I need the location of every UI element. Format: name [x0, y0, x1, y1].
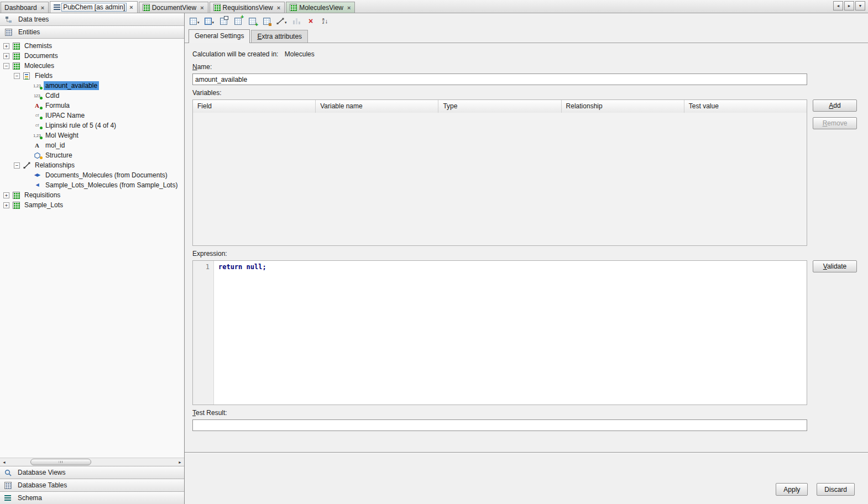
tree-item-cdid[interactable]: 123CdId — [0, 91, 184, 101]
fields-icon — [22, 72, 31, 80]
table-grid-icon — [190, 18, 197, 25]
tree-item-formula[interactable]: AFormula — [0, 101, 184, 111]
edit-entity-button[interactable] — [260, 15, 273, 28]
decimal-calculated-field-icon: 1,23 — [33, 132, 41, 139]
tree-item-fields[interactable]: −Fields — [0, 71, 184, 81]
sidebar: Data trees Entities +Chemists+Documents−… — [0, 13, 185, 504]
add-button[interactable]: Add — [813, 99, 857, 112]
sort-button[interactable]: az↓ — [319, 15, 332, 28]
tree-item-requisitions[interactable]: +Requisitions — [0, 190, 184, 200]
decimal-calculated-field-icon: 1,23 — [33, 82, 41, 90]
tree-item-sample-lots-molecules-from-sample-lots[interactable]: ◀Sample_Lots_Molecules (from Sample_Lots… — [0, 180, 184, 190]
schema-toolbar: ▾▾▾×az↓ — [185, 13, 868, 29]
tree-item-chemists[interactable]: +Chemists — [0, 41, 184, 51]
sidebar-horizontal-scrollbar[interactable]: ◄ ► — [0, 458, 184, 466]
expand-toggle[interactable]: + — [3, 192, 9, 198]
text-field-icon: A — [33, 141, 41, 149]
section-data-trees[interactable]: Data trees — [0, 13, 184, 26]
tree-item-iupac-name[interactable]: ctIUPAC Name — [0, 111, 184, 120]
tree-item-lipinski-rule-of-5-4-of-4[interactable]: ctLipinski rule of 5 (4 of 4) — [0, 120, 184, 130]
validate-button[interactable]: Validate — [813, 260, 857, 272]
sidebar-bottom-sections: Database ViewsDatabase TablesSchema — [0, 466, 184, 504]
delete-button[interactable]: × — [305, 15, 317, 28]
expression-code[interactable]: return null; — [214, 261, 807, 405]
new-grid-view-button[interactable]: ▾ — [203, 15, 216, 28]
created-in-value: Molecules — [285, 50, 315, 58]
nav-forward-button[interactable]: ► — [844, 1, 854, 11]
settings-tabstrip: General SettingsExtra attributes — [185, 29, 868, 43]
name-input[interactable] — [192, 74, 807, 85]
tab-documentview[interactable]: DocumentView× — [139, 2, 208, 13]
scroll-right-arrow-icon[interactable]: ► — [176, 458, 184, 466]
entities-icon — [4, 28, 13, 36]
tree-item-documents[interactable]: +Documents — [0, 51, 184, 61]
apply-button[interactable]: Apply — [776, 483, 808, 496]
new-entity-button[interactable] — [217, 15, 230, 28]
column-header-field[interactable]: Field — [193, 100, 316, 113]
chart-button — [290, 15, 303, 28]
new-form-view-button[interactable]: ▾ — [188, 15, 201, 28]
nav-back-button[interactable]: ◄ — [833, 1, 843, 11]
section-database-tables[interactable]: Database Tables — [0, 479, 184, 491]
test-result-field[interactable] — [192, 419, 807, 431]
section-entities[interactable]: Entities — [0, 26, 184, 39]
tree-item-mol-weight[interactable]: 1,23Mol Weight — [0, 130, 184, 140]
tab-general-settings[interactable]: General Settings — [189, 29, 250, 43]
calculated-field-form: Calculation will be created in: Molecule… — [185, 43, 868, 452]
column-header-variable-name[interactable]: Variable name — [316, 100, 438, 113]
scrollbar-thumb[interactable] — [30, 459, 91, 465]
new-relationship-button[interactable]: ▾ — [275, 15, 289, 28]
tree-item-structure[interactable]: Structure — [0, 150, 184, 160]
tree-item-molecules[interactable]: −Molecules — [0, 61, 184, 71]
tab-close-icon[interactable]: × — [129, 4, 133, 11]
tab-close-icon[interactable]: × — [347, 4, 351, 11]
section-label: Entities — [18, 28, 40, 36]
tree-item-label: mol_id — [44, 141, 66, 150]
collapse-toggle[interactable]: − — [14, 162, 20, 169]
new-calculated-field-button[interactable] — [246, 15, 259, 28]
expand-toggle[interactable]: + — [3, 53, 9, 59]
sort-az-icon: az↓ — [322, 18, 328, 24]
tab-list-button[interactable]: ▼ — [855, 1, 865, 11]
tree-item-relationships[interactable]: −Relationships — [0, 160, 184, 170]
tab-label: DocumentView — [152, 4, 196, 12]
column-header-test-value[interactable]: Test value — [684, 100, 807, 113]
new-field-button[interactable] — [232, 15, 244, 28]
tab-close-icon[interactable]: × — [277, 4, 280, 11]
variables-table-body[interactable] — [193, 113, 807, 245]
tab-label: Dashboard — [4, 4, 37, 12]
column-header-relationship[interactable]: Relationship — [562, 100, 684, 113]
expression-editor[interactable]: 1 return null; — [192, 260, 807, 405]
tab-close-icon[interactable]: × — [41, 4, 44, 11]
expand-toggle[interactable]: + — [3, 202, 9, 208]
collapse-toggle[interactable]: − — [3, 63, 9, 69]
column-header-type[interactable]: Type — [438, 100, 561, 113]
tree-item-label: Formula — [44, 101, 71, 110]
entities-tree: +Chemists+Documents−Molecules−Fields1,23… — [0, 39, 184, 458]
tree-item-mol-id[interactable]: Amol_id — [0, 140, 184, 150]
tab-dashboard[interactable]: Dashboard× — [1, 2, 49, 13]
remove-button: Remove — [813, 117, 857, 129]
tab-requisitionsview[interactable]: RequisitionsView× — [210, 2, 285, 13]
window-body: Data trees Entities +Chemists+Documents−… — [0, 13, 868, 504]
collapse-toggle[interactable]: − — [14, 73, 20, 79]
section-schema[interactable]: Schema — [0, 491, 184, 504]
tree-item-label: Lipinski rule of 5 (4 of 4) — [44, 121, 118, 130]
tree-item-sample-lots[interactable]: +Sample_Lots — [0, 200, 184, 210]
tab-label: MoleculesView — [299, 4, 343, 12]
tab-pubchem-as-admin[interactable]: PubChem [as admin]× — [50, 1, 138, 13]
relationship-line-icon — [276, 18, 284, 25]
discard-button[interactable]: Discard — [817, 483, 855, 496]
schema-icon — [3, 494, 12, 502]
tab-extra-attributes[interactable]: Extra attributes — [251, 30, 308, 43]
tab-moleculesview[interactable]: MoleculesView× — [286, 2, 355, 13]
tab-close-icon[interactable]: × — [200, 4, 203, 11]
form-footer: Apply Discard — [185, 452, 868, 504]
expand-toggle[interactable]: + — [3, 43, 9, 49]
variables-table: FieldVariable nameTypeRelationshipTest v… — [192, 99, 807, 246]
scroll-left-arrow-icon[interactable]: ◄ — [0, 458, 8, 466]
section-database-views[interactable]: Database Views — [0, 466, 184, 479]
tree-item-documents-molecules-from-documents[interactable]: ◀▶Documents_Molecules (from Documents) — [0, 170, 184, 180]
tree-item-amount-available[interactable]: 1,23amount_available — [0, 81, 184, 91]
add-calculated-field-icon — [249, 18, 256, 25]
